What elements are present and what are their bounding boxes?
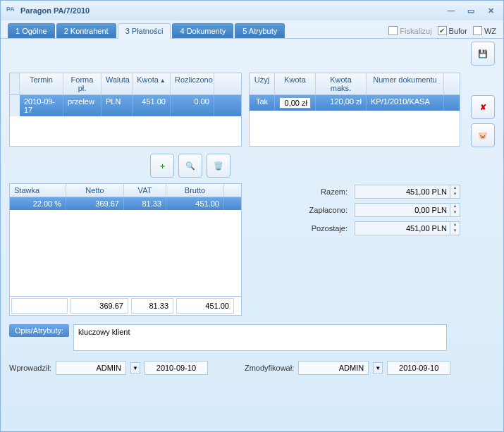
col-brutto[interactable]: Brutto xyxy=(166,184,224,197)
trash-button[interactable]: 🗑️ xyxy=(207,154,231,178)
zmodyfikowal-label: Zmodyfikował: xyxy=(245,364,294,372)
razem-label: Razem: xyxy=(298,187,355,196)
tab-bar: 1 Ogólne 2 Kontrahent 3 Płatności 4 Doku… xyxy=(1,20,503,39)
disk-check-icon: 💾 xyxy=(478,49,488,58)
pozostaje-value[interactable]: 451,00 PLN▲▼ xyxy=(355,221,460,235)
piggy-icon: 🐷 xyxy=(478,131,488,140)
search-button[interactable]: 🔍 xyxy=(178,154,202,178)
trash-icon: 🗑️ xyxy=(214,161,223,171)
sort-asc-icon: ▲ xyxy=(160,78,166,84)
pozostaje-label: Pozostaje: xyxy=(298,224,355,233)
dropdown-icon[interactable]: ▼ xyxy=(373,362,383,374)
window-title: Paragon PA/7/2010 xyxy=(20,6,444,15)
tab-kontrahent[interactable]: 2 Kontrahent xyxy=(56,23,116,38)
piggy-button[interactable]: 🐷 xyxy=(471,123,495,147)
delete-button[interactable]: ✘ xyxy=(471,95,495,119)
spinner-icon[interactable]: ▲▼ xyxy=(450,185,460,198)
totals-panel: Razem: 451,00 PLN▲▼ Zapłacono: 0,00 PLN▲… xyxy=(298,185,460,316)
tab-dokumenty[interactable]: 4 Dokumenty xyxy=(172,23,233,38)
zaplacono-value[interactable]: 0,00 PLN▲▼ xyxy=(355,203,460,217)
minimize-button[interactable]: — xyxy=(444,5,458,16)
col-waluta[interactable]: Waluta xyxy=(102,73,133,94)
app-window: PA Paragon PA/7/2010 — ▭ ✕ 1 Ogólne 2 Ko… xyxy=(0,0,504,432)
plus-icon: ＋ xyxy=(159,161,166,171)
wprowadzil-label: Wprowadził: xyxy=(9,364,51,372)
payment-row[interactable]: 2010-09-17 przelew PLN 451.00 0.00 xyxy=(10,95,241,116)
vat-grid[interactable]: Stawka Netto VAT Brutto 22.00 % 369.67 8… xyxy=(9,183,242,316)
col-netto[interactable]: Netto xyxy=(66,184,124,197)
wprowadzil-user[interactable]: ADMIN xyxy=(56,361,126,375)
add-button[interactable]: ＋ xyxy=(150,154,174,178)
save-button[interactable]: 💾 xyxy=(471,42,495,66)
content-area: 💾 ✘ 🐷 Termin Forma pł. Waluta Kwota▲ Roz… xyxy=(1,39,503,431)
col-forma[interactable]: Forma pł. xyxy=(63,73,102,94)
documents-grid[interactable]: Użyj Kwota Kwota maks. Numer dokumentu T… xyxy=(249,73,460,147)
col-uzyj[interactable]: Użyj xyxy=(250,73,275,94)
wprowadzil-date[interactable]: 2010-09-10 xyxy=(145,361,208,375)
grid-corner xyxy=(10,73,20,94)
titlebar: PA Paragon PA/7/2010 — ▭ ✕ xyxy=(1,1,503,20)
zmodyfikowal-user[interactable]: ADMIN xyxy=(298,361,369,375)
maximize-button[interactable]: ▭ xyxy=(464,5,478,16)
checkbox-wz[interactable]: WZ xyxy=(473,26,496,35)
col-rozliczono[interactable]: Rozliczono xyxy=(171,73,214,94)
col-numer-dok[interactable]: Numer dokumentu xyxy=(367,73,444,94)
col-kwota2[interactable]: Kwota xyxy=(275,73,316,94)
razem-value[interactable]: 451,00 PLN▲▼ xyxy=(355,185,460,199)
tab-atrybuty[interactable]: 5 Atrybuty xyxy=(235,23,285,38)
zmodyfikowal-date[interactable]: 2010-09-10 xyxy=(387,361,450,375)
checkbox-bufor[interactable]: ✔Bufor xyxy=(438,26,467,35)
zaplacono-label: Zapłacono: xyxy=(298,206,355,214)
tab-platnosci[interactable]: 3 Płatności xyxy=(118,23,171,39)
magnifier-icon: 🔍 xyxy=(185,161,195,171)
document-row[interactable]: Tak 120,00 zł KP/1/2010/KASA xyxy=(250,95,460,111)
vat-footer: 369.67 81.33 451.00 xyxy=(10,296,241,315)
tab-ogolne[interactable]: 1 Ogólne xyxy=(8,23,55,38)
col-stawka[interactable]: Stawka xyxy=(10,184,66,197)
vat-row[interactable]: 22.00 % 369.67 81.33 451.00 xyxy=(10,197,241,210)
dropdown-icon[interactable]: ▼ xyxy=(130,362,140,374)
col-kwota-maks[interactable]: Kwota maks. xyxy=(316,73,367,94)
spinner-icon[interactable]: ▲▼ xyxy=(450,222,460,235)
close-button[interactable]: ✕ xyxy=(484,5,498,16)
payments-grid[interactable]: Termin Forma pł. Waluta Kwota▲ Rozliczon… xyxy=(9,73,242,147)
spinner-icon[interactable]: ▲▼ xyxy=(450,204,460,216)
col-kwota[interactable]: Kwota▲ xyxy=(133,73,171,94)
checkbox-fiskalizuj[interactable]: Fiskalizuj xyxy=(388,26,431,35)
col-termin[interactable]: Termin xyxy=(20,73,63,94)
kwota-input[interactable] xyxy=(279,97,311,109)
app-icon: PA xyxy=(6,6,16,16)
opis-textarea[interactable]: kluczowy klient xyxy=(73,324,447,351)
opis-label[interactable]: Opis/Atrybuty: xyxy=(9,324,69,337)
col-vat[interactable]: VAT xyxy=(124,184,166,197)
x-icon: ✘ xyxy=(480,103,486,112)
